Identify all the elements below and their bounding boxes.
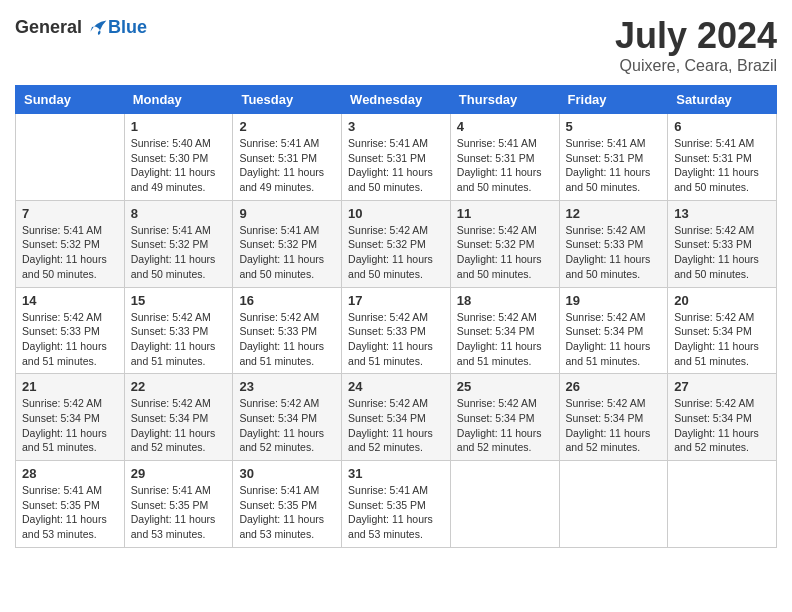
- calendar-cell: 19Sunrise: 5:42 AMSunset: 5:34 PMDayligh…: [559, 287, 668, 374]
- day-number: 30: [239, 466, 335, 481]
- calendar-cell: [668, 461, 777, 548]
- day-info: Sunrise: 5:41 AMSunset: 5:35 PMDaylight:…: [348, 483, 444, 542]
- day-info: Sunrise: 5:41 AMSunset: 5:32 PMDaylight:…: [131, 223, 227, 282]
- day-number: 12: [566, 206, 662, 221]
- day-number: 15: [131, 293, 227, 308]
- calendar-cell: 7Sunrise: 5:41 AMSunset: 5:32 PMDaylight…: [16, 200, 125, 287]
- day-info: Sunrise: 5:41 AMSunset: 5:32 PMDaylight:…: [239, 223, 335, 282]
- calendar-cell: 29Sunrise: 5:41 AMSunset: 5:35 PMDayligh…: [124, 461, 233, 548]
- calendar-table: SundayMondayTuesdayWednesdayThursdayFrid…: [15, 85, 777, 548]
- day-number: 4: [457, 119, 553, 134]
- day-number: 26: [566, 379, 662, 394]
- day-info: Sunrise: 5:42 AMSunset: 5:34 PMDaylight:…: [131, 396, 227, 455]
- day-number: 25: [457, 379, 553, 394]
- logo: General Blue: [15, 15, 147, 39]
- calendar-cell: 27Sunrise: 5:42 AMSunset: 5:34 PMDayligh…: [668, 374, 777, 461]
- day-number: 28: [22, 466, 118, 481]
- day-info: Sunrise: 5:42 AMSunset: 5:34 PMDaylight:…: [566, 396, 662, 455]
- day-info: Sunrise: 5:42 AMSunset: 5:34 PMDaylight:…: [674, 310, 770, 369]
- calendar-cell: 6Sunrise: 5:41 AMSunset: 5:31 PMDaylight…: [668, 114, 777, 201]
- day-number: 20: [674, 293, 770, 308]
- calendar-cell: 22Sunrise: 5:42 AMSunset: 5:34 PMDayligh…: [124, 374, 233, 461]
- day-number: 3: [348, 119, 444, 134]
- calendar-week-row: 7Sunrise: 5:41 AMSunset: 5:32 PMDaylight…: [16, 200, 777, 287]
- day-number: 13: [674, 206, 770, 221]
- day-info: Sunrise: 5:41 AMSunset: 5:31 PMDaylight:…: [239, 136, 335, 195]
- day-number: 6: [674, 119, 770, 134]
- calendar-cell: [16, 114, 125, 201]
- day-info: Sunrise: 5:42 AMSunset: 5:33 PMDaylight:…: [22, 310, 118, 369]
- calendar-title: July 2024: [615, 15, 777, 57]
- calendar-cell: 3Sunrise: 5:41 AMSunset: 5:31 PMDaylight…: [342, 114, 451, 201]
- day-number: 7: [22, 206, 118, 221]
- title-block: July 2024 Quixere, Ceara, Brazil: [615, 15, 777, 75]
- weekday-header-saturday: Saturday: [668, 86, 777, 114]
- day-info: Sunrise: 5:42 AMSunset: 5:34 PMDaylight:…: [239, 396, 335, 455]
- day-info: Sunrise: 5:42 AMSunset: 5:33 PMDaylight:…: [131, 310, 227, 369]
- calendar-cell: 15Sunrise: 5:42 AMSunset: 5:33 PMDayligh…: [124, 287, 233, 374]
- day-info: Sunrise: 5:40 AMSunset: 5:30 PMDaylight:…: [131, 136, 227, 195]
- calendar-cell: 9Sunrise: 5:41 AMSunset: 5:32 PMDaylight…: [233, 200, 342, 287]
- day-number: 21: [22, 379, 118, 394]
- day-number: 16: [239, 293, 335, 308]
- calendar-cell: 31Sunrise: 5:41 AMSunset: 5:35 PMDayligh…: [342, 461, 451, 548]
- day-number: 24: [348, 379, 444, 394]
- calendar-cell: 23Sunrise: 5:42 AMSunset: 5:34 PMDayligh…: [233, 374, 342, 461]
- day-number: 8: [131, 206, 227, 221]
- weekday-header-friday: Friday: [559, 86, 668, 114]
- day-number: 1: [131, 119, 227, 134]
- calendar-cell: 14Sunrise: 5:42 AMSunset: 5:33 PMDayligh…: [16, 287, 125, 374]
- day-info: Sunrise: 5:42 AMSunset: 5:32 PMDaylight:…: [457, 223, 553, 282]
- calendar-cell: 10Sunrise: 5:42 AMSunset: 5:32 PMDayligh…: [342, 200, 451, 287]
- day-number: 10: [348, 206, 444, 221]
- calendar-cell: 26Sunrise: 5:42 AMSunset: 5:34 PMDayligh…: [559, 374, 668, 461]
- day-info: Sunrise: 5:41 AMSunset: 5:31 PMDaylight:…: [457, 136, 553, 195]
- logo-text-blue: Blue: [108, 17, 147, 38]
- day-number: 9: [239, 206, 335, 221]
- calendar-cell: 24Sunrise: 5:42 AMSunset: 5:34 PMDayligh…: [342, 374, 451, 461]
- day-number: 22: [131, 379, 227, 394]
- calendar-cell: 18Sunrise: 5:42 AMSunset: 5:34 PMDayligh…: [450, 287, 559, 374]
- calendar-cell: 13Sunrise: 5:42 AMSunset: 5:33 PMDayligh…: [668, 200, 777, 287]
- day-number: 29: [131, 466, 227, 481]
- calendar-cell: 20Sunrise: 5:42 AMSunset: 5:34 PMDayligh…: [668, 287, 777, 374]
- day-info: Sunrise: 5:42 AMSunset: 5:34 PMDaylight:…: [457, 310, 553, 369]
- calendar-cell: 11Sunrise: 5:42 AMSunset: 5:32 PMDayligh…: [450, 200, 559, 287]
- calendar-cell: 16Sunrise: 5:42 AMSunset: 5:33 PMDayligh…: [233, 287, 342, 374]
- weekday-header-row: SundayMondayTuesdayWednesdayThursdayFrid…: [16, 86, 777, 114]
- day-number: 18: [457, 293, 553, 308]
- calendar-cell: 17Sunrise: 5:42 AMSunset: 5:33 PMDayligh…: [342, 287, 451, 374]
- calendar-cell: 25Sunrise: 5:42 AMSunset: 5:34 PMDayligh…: [450, 374, 559, 461]
- day-info: Sunrise: 5:41 AMSunset: 5:35 PMDaylight:…: [22, 483, 118, 542]
- day-number: 5: [566, 119, 662, 134]
- day-info: Sunrise: 5:42 AMSunset: 5:34 PMDaylight:…: [566, 310, 662, 369]
- page-header: General Blue July 2024 Quixere, Ceara, B…: [15, 15, 777, 75]
- calendar-week-row: 28Sunrise: 5:41 AMSunset: 5:35 PMDayligh…: [16, 461, 777, 548]
- weekday-header-sunday: Sunday: [16, 86, 125, 114]
- day-number: 11: [457, 206, 553, 221]
- day-info: Sunrise: 5:41 AMSunset: 5:31 PMDaylight:…: [566, 136, 662, 195]
- weekday-header-tuesday: Tuesday: [233, 86, 342, 114]
- day-info: Sunrise: 5:42 AMSunset: 5:33 PMDaylight:…: [674, 223, 770, 282]
- calendar-cell: [450, 461, 559, 548]
- day-info: Sunrise: 5:41 AMSunset: 5:31 PMDaylight:…: [348, 136, 444, 195]
- calendar-cell: 12Sunrise: 5:42 AMSunset: 5:33 PMDayligh…: [559, 200, 668, 287]
- day-info: Sunrise: 5:42 AMSunset: 5:32 PMDaylight:…: [348, 223, 444, 282]
- day-number: 27: [674, 379, 770, 394]
- day-info: Sunrise: 5:41 AMSunset: 5:35 PMDaylight:…: [239, 483, 335, 542]
- day-number: 2: [239, 119, 335, 134]
- day-info: Sunrise: 5:42 AMSunset: 5:34 PMDaylight:…: [22, 396, 118, 455]
- calendar-cell: 4Sunrise: 5:41 AMSunset: 5:31 PMDaylight…: [450, 114, 559, 201]
- calendar-location: Quixere, Ceara, Brazil: [615, 57, 777, 75]
- day-info: Sunrise: 5:41 AMSunset: 5:31 PMDaylight:…: [674, 136, 770, 195]
- calendar-cell: 1Sunrise: 5:40 AMSunset: 5:30 PMDaylight…: [124, 114, 233, 201]
- day-info: Sunrise: 5:42 AMSunset: 5:33 PMDaylight:…: [239, 310, 335, 369]
- weekday-header-monday: Monday: [124, 86, 233, 114]
- day-info: Sunrise: 5:41 AMSunset: 5:32 PMDaylight:…: [22, 223, 118, 282]
- weekday-header-wednesday: Wednesday: [342, 86, 451, 114]
- calendar-week-row: 14Sunrise: 5:42 AMSunset: 5:33 PMDayligh…: [16, 287, 777, 374]
- day-info: Sunrise: 5:41 AMSunset: 5:35 PMDaylight:…: [131, 483, 227, 542]
- weekday-header-thursday: Thursday: [450, 86, 559, 114]
- day-number: 14: [22, 293, 118, 308]
- day-number: 23: [239, 379, 335, 394]
